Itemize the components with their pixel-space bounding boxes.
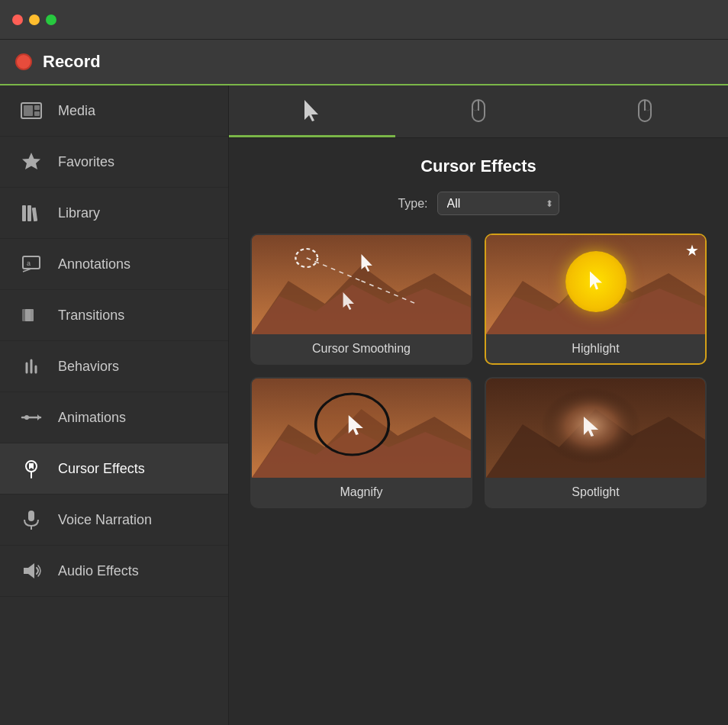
cursor-effects-icon xyxy=(18,456,44,482)
sidebar-item-voice-narration[interactable]: Voice Narration xyxy=(0,495,228,546)
highlight-thumbnail: ★ xyxy=(486,235,705,334)
svg-point-18 xyxy=(24,415,29,420)
audio-effects-icon xyxy=(18,558,44,584)
svg-marker-17 xyxy=(37,414,40,420)
svg-rect-2 xyxy=(34,105,40,110)
svg-rect-6 xyxy=(27,205,31,221)
svg-marker-43 xyxy=(590,272,602,290)
record-title: Record xyxy=(43,52,101,72)
recordbar: Record xyxy=(0,40,728,85)
media-icon xyxy=(18,98,44,124)
star-badge: ★ xyxy=(685,241,699,259)
behaviors-icon xyxy=(18,353,44,379)
tabs-bar xyxy=(229,85,728,138)
svg-rect-12 xyxy=(25,309,34,321)
effect-card-highlight[interactable]: ★ Highlight xyxy=(485,234,707,365)
sidebar-item-cursor-effects[interactable]: Cursor Effects xyxy=(0,443,228,495)
sidebar-label-behaviors: Behaviors xyxy=(58,359,119,375)
magnify-thumbnail xyxy=(252,379,471,478)
voice-narration-icon xyxy=(18,507,44,533)
sidebar-item-favorites[interactable]: Favorites xyxy=(0,137,228,188)
minimize-button[interactable] xyxy=(29,14,40,25)
record-dot[interactable] xyxy=(15,53,32,70)
sidebar-item-annotations[interactable]: a Annotations xyxy=(0,239,228,290)
type-select-wrapper[interactable]: All Highlight Spotlight Magnify Cursor S… xyxy=(437,192,559,215)
animations-icon xyxy=(18,404,44,430)
sidebar-label-favorites: Favorites xyxy=(58,154,114,170)
svg-rect-5 xyxy=(22,205,26,221)
tab-left-click[interactable] xyxy=(395,85,562,137)
sidebar-label-audio-effects: Audio Effects xyxy=(58,563,139,579)
close-button[interactable] xyxy=(12,14,23,25)
svg-rect-8 xyxy=(23,256,40,269)
sidebar-label-media: Media xyxy=(58,103,95,119)
sidebar-item-animations[interactable]: Animations xyxy=(0,392,228,443)
content-area: Cursor Effects Type: All Highlight Spotl… xyxy=(229,85,728,725)
sidebar-label-cursor-effects: Cursor Effects xyxy=(58,461,145,477)
titlebar xyxy=(0,0,728,40)
sidebar-label-animations: Animations xyxy=(58,410,126,426)
svg-rect-22 xyxy=(28,511,34,521)
main-layout: Media Favorites Library xyxy=(0,85,728,725)
svg-marker-4 xyxy=(22,153,40,169)
sidebar-item-behaviors[interactable]: Behaviors xyxy=(0,341,228,392)
cursor-smoothing-thumbnail xyxy=(252,235,471,334)
type-row: Type: All Highlight Spotlight Magnify Cu… xyxy=(250,192,707,215)
effects-content: Cursor Effects Type: All Highlight Spotl… xyxy=(229,138,728,725)
type-select[interactable]: All Highlight Spotlight Magnify Cursor S… xyxy=(437,192,559,215)
sidebar-item-library[interactable]: Library xyxy=(0,188,228,239)
svg-rect-3 xyxy=(34,111,40,116)
tab-cursor[interactable] xyxy=(229,85,395,137)
maximize-button[interactable] xyxy=(46,14,56,25)
type-label: Type: xyxy=(398,197,427,211)
spotlight-name: Spotlight xyxy=(486,478,705,507)
magnify-name: Magnify xyxy=(252,478,471,507)
favorites-icon xyxy=(18,149,44,175)
effect-card-magnify[interactable]: Magnify xyxy=(250,377,472,508)
svg-text:a: a xyxy=(27,259,31,267)
cursor-smoothing-name: Cursor Smoothing xyxy=(252,334,471,363)
library-icon xyxy=(18,200,44,226)
annotations-icon: a xyxy=(18,251,44,277)
sidebar-label-voice-narration: Voice Narration xyxy=(58,512,152,528)
traffic-lights xyxy=(12,14,56,25)
svg-rect-1 xyxy=(24,105,33,116)
sidebar-item-audio-effects[interactable]: Audio Effects xyxy=(0,546,228,597)
effects-grid: Cursor Smoothing xyxy=(250,234,707,508)
sidebar-label-library: Library xyxy=(58,205,100,221)
section-title: Cursor Effects xyxy=(250,156,707,176)
highlight-name: Highlight xyxy=(486,334,705,363)
transitions-icon xyxy=(18,302,44,328)
spotlight-thumbnail xyxy=(486,379,705,478)
svg-marker-24 xyxy=(24,563,34,578)
sidebar: Media Favorites Library xyxy=(0,85,229,725)
effect-card-spotlight[interactable]: Spotlight xyxy=(485,377,707,508)
tab-right-click[interactable] xyxy=(562,85,728,137)
sidebar-item-transitions[interactable]: Transitions xyxy=(0,290,228,341)
svg-rect-7 xyxy=(32,208,37,222)
svg-marker-25 xyxy=(304,100,318,121)
sidebar-label-annotations: Annotations xyxy=(58,256,130,272)
effect-card-cursor-smoothing[interactable]: Cursor Smoothing xyxy=(250,234,472,365)
sidebar-label-transitions: Transitions xyxy=(58,308,124,324)
sidebar-item-media[interactable]: Media xyxy=(0,85,228,137)
svg-marker-21 xyxy=(29,463,34,469)
